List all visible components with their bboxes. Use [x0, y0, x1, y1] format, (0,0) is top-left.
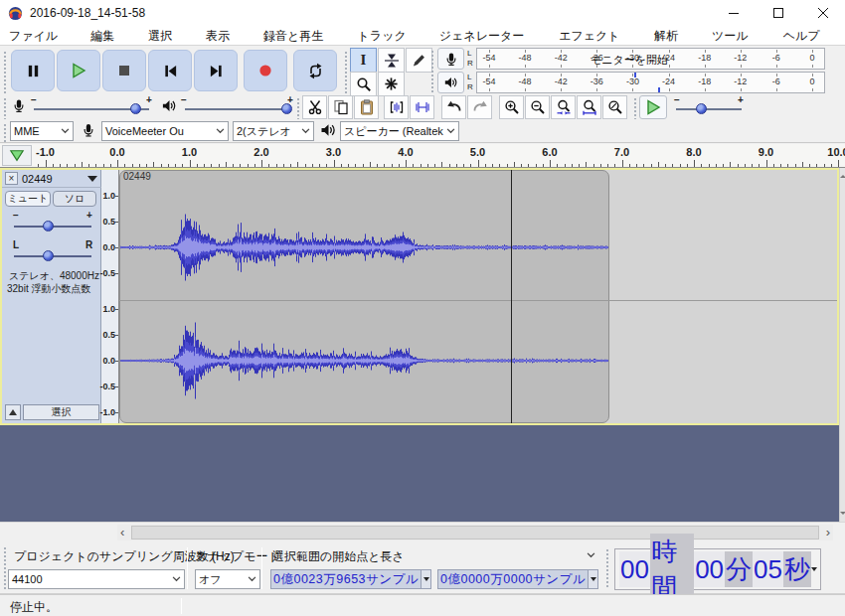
loop-button[interactable]	[293, 50, 337, 91]
playback-volume-thumb[interactable]	[281, 103, 292, 114]
skip-start-button[interactable]	[148, 50, 192, 91]
scroll-down-icon[interactable]	[840, 512, 845, 518]
mute-button[interactable]: ミュート	[5, 191, 51, 207]
zoom-fit-button[interactable]	[577, 95, 601, 119]
time-digit-segment[interactable]: 00	[694, 551, 725, 587]
play-at-speed-grip[interactable]	[632, 96, 637, 119]
meter-toolbar-grip[interactable]	[429, 49, 434, 93]
menu-item[interactable]: ファイル(F)	[0, 26, 82, 46]
draw-tool-button[interactable]	[406, 48, 432, 73]
recording-channels-select[interactable]: 2(ステレオ	[233, 121, 314, 141]
empty-project-area[interactable]	[0, 425, 839, 522]
paste-button[interactable]	[354, 95, 379, 119]
vertical-ruler-label: 1.0	[102, 304, 115, 314]
menu-item[interactable]: ツール(O)	[703, 26, 774, 46]
waveform-channel-left[interactable]	[119, 171, 837, 301]
scroll-right-icon[interactable]: ›	[826, 525, 830, 540]
playback-device-select[interactable]: スピーカー (Realtek	[340, 121, 459, 141]
menu-item[interactable]: ヘルプ(H)	[774, 26, 845, 46]
timeline-tick	[507, 164, 508, 167]
selection-start-dropdown[interactable]	[421, 570, 430, 588]
skip-end-button[interactable]	[194, 50, 238, 91]
menu-item[interactable]: ジェネレーター(G)	[430, 26, 550, 46]
horizontal-scrollbar[interactable]: ‹ ›	[0, 522, 845, 541]
time-digit-segment[interactable]: 00	[619, 551, 650, 587]
project-rate-select[interactable]: 44100	[8, 569, 185, 589]
minimize-button[interactable]	[711, 0, 756, 26]
multi-tool-button[interactable]	[378, 72, 405, 96]
time-digit-segment[interactable]: 05	[753, 551, 783, 587]
zoom-toggle-button[interactable]	[602, 95, 627, 119]
playback-meter-speaker-button[interactable]	[437, 72, 464, 93]
record-button[interactable]	[244, 50, 287, 91]
track-menu-button[interactable]	[87, 176, 97, 187]
playback-meter[interactable]: -54-48-42-36-30-24-18-12-60	[476, 72, 825, 93]
pan-slider-thumb[interactable]	[43, 250, 54, 261]
stop-button[interactable]	[102, 50, 146, 91]
track-title[interactable]: 02449	[22, 173, 87, 185]
track-close-button[interactable]: ×	[5, 172, 18, 185]
snap-mode-select[interactable]: オフ	[195, 569, 260, 589]
menu-item[interactable]: エフェクト(C)	[550, 26, 645, 46]
timeline-pin-button[interactable]	[2, 145, 32, 166]
record-meter-mic-button[interactable]	[437, 48, 464, 70]
undo-button[interactable]	[441, 95, 466, 119]
menu-item[interactable]: 録音と再生(N)	[254, 26, 349, 46]
zoom-out-button[interactable]	[525, 95, 550, 119]
zoom-tool-button[interactable]	[350, 72, 377, 96]
selection-tool-button[interactable]: I	[350, 48, 377, 73]
tools-toolbar-grip[interactable]	[343, 50, 348, 93]
waveform-display[interactable]: 02449	[119, 170, 837, 423]
envelope-tool-button[interactable]	[378, 48, 405, 73]
close-button[interactable]	[800, 0, 845, 26]
play-at-speed-button[interactable]	[639, 95, 667, 119]
speed-slider-thumb[interactable]	[696, 103, 707, 114]
solo-button[interactable]: ソロ	[53, 191, 96, 207]
selection-toolbar-grip[interactable]	[2, 545, 7, 591]
vertical-scrollbar[interactable]	[839, 168, 845, 522]
edit-toolbar-grip[interactable]	[295, 96, 300, 119]
menu-item[interactable]: 選択(S)	[139, 26, 197, 46]
transport-toolbar-grip[interactable]	[2, 50, 7, 93]
menu-item[interactable]: トラック(T)	[349, 26, 430, 46]
menu-item[interactable]: 表示(V)	[197, 26, 254, 46]
playback-volume-slider[interactable]	[185, 108, 290, 110]
play-button[interactable]	[57, 50, 100, 91]
redo-button[interactable]	[467, 95, 492, 119]
timeline-tick	[240, 164, 241, 167]
time-toolbar-grip[interactable]	[604, 547, 609, 589]
trim-button[interactable]	[384, 95, 409, 119]
copy-button[interactable]	[328, 95, 353, 119]
scroll-up-icon[interactable]	[840, 172, 845, 178]
time-unit-segment[interactable]: 分	[725, 551, 753, 587]
mixer-toolbar-grip[interactable]	[2, 96, 7, 119]
gain-slider-thumb[interactable]	[43, 221, 54, 231]
recording-device-select[interactable]: VoiceMeeter Ou	[101, 121, 229, 141]
selection-start-field[interactable]: 0億0023万9653サンプル	[270, 569, 431, 589]
selection-length-field[interactable]: 0億0000万0000サンプル	[437, 569, 598, 589]
horizontal-scrollbar-track[interactable]: ‹ ›	[117, 525, 833, 540]
speed-slider[interactable]	[676, 108, 742, 110]
menu-item[interactable]: 解析(A)	[645, 26, 703, 46]
pause-button[interactable]	[11, 50, 55, 91]
scroll-left-icon[interactable]: ‹	[120, 525, 124, 540]
menu-item[interactable]: 編集(E)	[82, 26, 139, 46]
track-select-button[interactable]: 選択	[23, 404, 99, 420]
silence-button[interactable]	[410, 95, 434, 119]
cut-button[interactable]	[302, 95, 327, 119]
horizontal-scrollbar-thumb[interactable]	[131, 526, 819, 539]
record-volume-thumb[interactable]	[130, 103, 141, 114]
device-toolbar-grip[interactable]	[2, 122, 7, 142]
vertical-ruler[interactable]: 1.00.50.0-0.51.00.50.0-0.5-1.0	[101, 170, 119, 423]
zoom-in-button[interactable]	[499, 95, 524, 119]
selection-mode-select[interactable]: 選択範囲の開始点と長さ	[272, 548, 405, 565]
waveform-channel-right[interactable]	[119, 301, 837, 422]
host-select[interactable]: MME	[10, 121, 74, 141]
audio-position-display[interactable]: 00時間00分05秒	[614, 548, 821, 590]
timeline-ruler[interactable]: -1.00.01.02.03.04.05.06.07.08.09.010.0	[0, 144, 845, 168]
maximize-button[interactable]	[756, 0, 800, 26]
selection-length-dropdown[interactable]	[588, 570, 597, 588]
zoom-selection-button[interactable]	[551, 95, 576, 119]
time-unit-segment[interactable]: 秒	[783, 551, 811, 587]
collapse-track-button[interactable]	[5, 404, 21, 420]
